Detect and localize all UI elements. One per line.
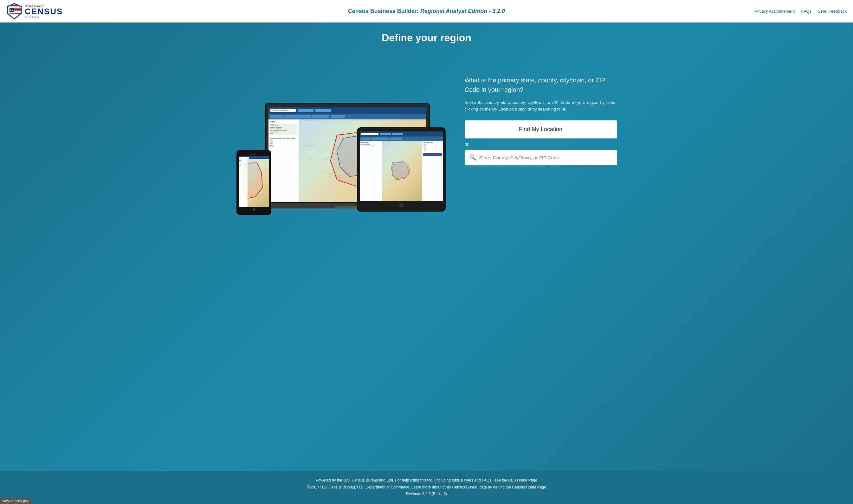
footer-line2-text: © 2017 U.S. Census Bureau, U.S. Departme… [307,485,512,489]
devices-area: Census Business Builder [237,56,446,215]
tablet-frame: HP Edit Region Kern County, California S… [357,127,446,212]
search-container: 🔍 [465,150,617,165]
or-text: or [465,142,617,147]
phone-home-button [252,208,256,211]
page-title: Define your region [382,32,471,44]
privacy-link[interactable]: Privacy Act Statement [754,9,795,14]
right-panel: What is the primary state, county, city/… [465,56,617,165]
logo-area: ★★ United States™ CENSUS Bureau [6,2,63,20]
svg-rect-3 [10,7,19,7]
panel-question: What is the primary state, county, city/… [465,75,617,94]
census-logo-icon: ★★ [6,2,22,20]
census-label: CENSUS [25,7,63,16]
tablet-home-button [399,203,403,208]
phone-screen: Region Kern San Bern... Legend ▪ 0-5 ▪ 5… [239,156,269,207]
url-bar: www.census.gov [0,498,31,504]
header: ★★ United States™ CENSUS Bureau Census B… [0,0,853,22]
app-title-part1: Census Business Builder: [348,8,420,14]
app-title: Census Business Builder: Regional Analys… [348,8,505,15]
footer: Powered by the U.S. Census Bureau and Es… [0,471,853,504]
footer-line1-text: Powered by the U.S. Census Bureau and Es… [316,478,508,483]
svg-rect-9 [10,13,21,14]
main-content: Define your region Census Business Build… [0,22,853,471]
svg-rect-8 [14,11,21,11]
app-title-italic: Regional Analyst Edition - 3.2.0 [420,8,505,14]
cbb-home-link[interactable]: CBB Home Page [508,478,537,483]
content-row: Census Business Builder [237,56,617,215]
faqs-link[interactable]: FAQs [801,9,812,14]
feedback-link[interactable]: Send Feedback [818,9,847,14]
panel-description: Select the primary state, county, city/t… [465,100,617,113]
phone-mockup: Region Kern San Bern... Legend ▪ 0-5 ▪ 5… [237,150,271,215]
svg-text:★★: ★★ [10,9,14,12]
footer-line1: Powered by the U.S. Census Bureau and Es… [13,477,840,484]
header-links: Privacy Act Statement FAQs Send Feedback [754,9,847,14]
footer-line2: © 2017 U.S. Census Bureau, U.S. Departme… [13,484,840,491]
svg-rect-2 [10,5,19,6]
footer-release: Release: 3.2.0 (Build: 8) [13,491,840,498]
phone-frame: Region Kern San Bern... Legend ▪ 0-5 ▪ 5… [237,150,271,215]
bureau-label: Bureau [25,16,63,19]
svg-rect-6 [14,8,21,8]
find-location-button[interactable]: Find My Location [465,120,617,139]
tablet-mockup: HP Edit Region Kern County, California S… [357,127,446,212]
svg-rect-7 [14,9,21,10]
census-logo-text: United States™ CENSUS Bureau [25,4,63,19]
census-home-link[interactable]: Census Home Page [512,485,546,489]
location-search-input[interactable] [465,150,617,165]
tablet-screen: HP Edit Region Kern County, California S… [360,131,443,201]
search-icon: 🔍 [469,154,476,161]
